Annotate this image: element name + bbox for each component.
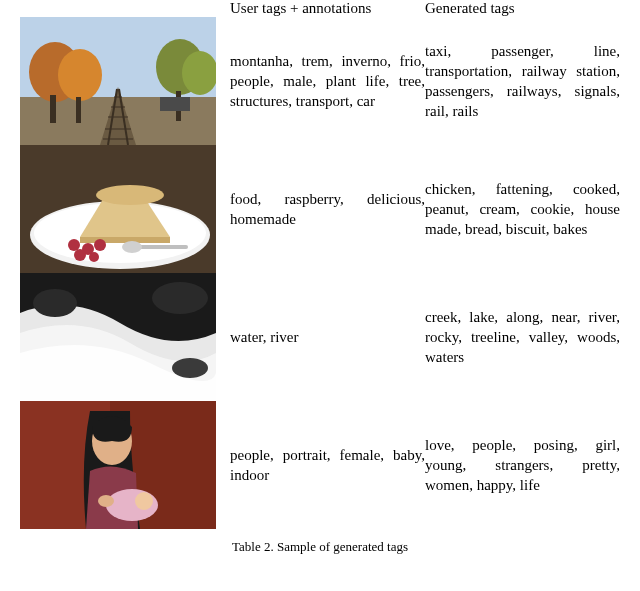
generated-tags-cell: chicken, fattening, cooked, peanut, crea… (425, 145, 620, 273)
svg-point-24 (68, 239, 80, 251)
thumb-cell (20, 17, 230, 145)
thumb-cell (20, 145, 230, 273)
svg-point-39 (135, 492, 153, 510)
table-row: food, raspberry, delicious, homemade chi… (20, 145, 620, 273)
table-header-row: User tags + annotations Generated tags (20, 0, 620, 17)
tags-table: User tags + annotations Generated tags (20, 0, 620, 529)
svg-point-40 (98, 495, 114, 507)
svg-point-28 (89, 252, 99, 262)
railway-photo (20, 17, 216, 145)
header-empty (20, 0, 230, 17)
dessert-photo (20, 145, 216, 273)
generated-tags-cell: creek, lake, along, near, river, rocky, … (425, 273, 620, 401)
table-row: montanha, trem, inverno, frio, people, m… (20, 17, 620, 145)
mother-baby-photo (20, 401, 216, 529)
svg-point-32 (33, 289, 77, 317)
generated-tags-cell: taxi, passenger, line, transportation, r… (425, 17, 620, 145)
svg-rect-29 (138, 245, 188, 249)
river-photo (20, 273, 216, 401)
svg-point-34 (172, 358, 208, 378)
svg-point-23 (96, 185, 164, 205)
svg-point-26 (94, 239, 106, 251)
user-tags-cell: food, raspberry, delicious, homemade (230, 145, 425, 273)
svg-point-11 (58, 49, 102, 101)
table-row: water, river creek, lake, along, near, r… (20, 273, 620, 401)
thumb-cell (20, 273, 230, 401)
svg-point-27 (74, 249, 86, 261)
generated-tags-cell: love, people, posing, girl, young, stran… (425, 401, 620, 529)
table-caption: Table 2. Sample of generated tags (0, 529, 640, 555)
svg-point-30 (122, 241, 142, 253)
header-generated-tags: Generated tags (425, 0, 620, 17)
user-tags-cell: montanha, trem, inverno, frio, people, m… (230, 17, 425, 145)
svg-rect-13 (76, 97, 81, 123)
thumb-cell (20, 401, 230, 529)
svg-rect-17 (160, 97, 190, 111)
svg-point-33 (152, 282, 208, 314)
user-tags-cell: people, portrait, female, baby, indoor (230, 401, 425, 529)
svg-marker-22 (80, 237, 170, 243)
table-row: people, portrait, female, baby, indoor l… (20, 401, 620, 529)
header-user-tags: User tags + annotations (230, 0, 425, 17)
svg-rect-12 (50, 95, 56, 123)
user-tags-cell: water, river (230, 273, 425, 401)
